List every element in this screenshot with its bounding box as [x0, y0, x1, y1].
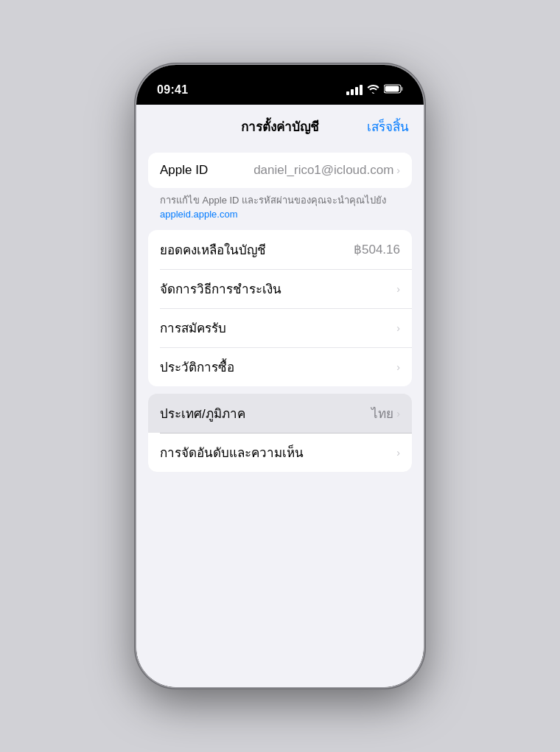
battery-icon [384, 83, 403, 97]
subscriptions-row[interactable]: การสมัครรับ › [148, 308, 412, 347]
apple-id-section: Apple ID daniel_rico1@icloud.com › การแก… [148, 153, 412, 223]
signal-icon [346, 85, 363, 95]
apple-id-chevron-icon: › [396, 164, 400, 176]
country-row[interactable]: ประเทศ/ภูมิภาค ไทย › [148, 394, 412, 433]
country-value: ไทย [371, 403, 393, 423]
apple-id-card: Apple ID daniel_rico1@icloud.com › [148, 153, 412, 188]
payment-label: จัดการวิธีการชำระเงิน [160, 279, 281, 299]
subscriptions-label: การสมัครรับ [160, 318, 226, 338]
apple-id-value-wrap: daniel_rico1@icloud.com › [253, 163, 400, 178]
ratings-value-wrap: › [396, 447, 400, 459]
status-time: 09:41 [157, 83, 188, 97]
purchase-history-label: ประวัติการซื้อ [160, 357, 234, 377]
country-region-section: ประเทศ/ภูมิภาค ไทย › การจัดอันดับและความ… [148, 394, 412, 472]
svg-rect-2 [385, 86, 399, 92]
ratings-row[interactable]: การจัดอันดับและความเห็น › [148, 433, 412, 472]
phone-screen: 09:41 [136, 65, 424, 687]
apple-id-description: การแก้ไข Apple ID และรหัสผ่านของคุณจะนำค… [148, 188, 412, 223]
country-value-wrap: ไทย › [371, 403, 400, 423]
balance-label: ยอดคงเหลือในบัญชี [160, 240, 266, 260]
country-chevron-icon: › [396, 408, 400, 419]
wifi-icon [367, 83, 379, 97]
done-button[interactable]: เสร็จสิ้น [367, 116, 409, 136]
subscriptions-chevron-icon: › [396, 322, 400, 334]
payment-row[interactable]: จัดการวิธีการชำระเงิน › [148, 269, 412, 308]
apple-id-label: Apple ID [160, 163, 208, 178]
svg-rect-1 [402, 87, 403, 91]
ratings-chevron-icon: › [396, 447, 400, 459]
purchase-history-chevron-icon: › [396, 361, 400, 373]
apple-id-email: daniel_rico1@icloud.com [253, 163, 393, 178]
account-list-card: ยอดคงเหลือในบัญชี ฿504.16 จัดการวิธีการช… [148, 230, 412, 386]
screen-content: การตั้งค่าบัญชี เสร็จสิ้น Apple ID danie… [136, 105, 424, 687]
phone-frame: 09:41 [136, 65, 424, 687]
status-bar: 09:41 [136, 65, 424, 105]
balance-value: ฿504.16 [354, 242, 400, 257]
country-card: ประเทศ/ภูมิภาค ไทย › การจัดอันดับและความ… [148, 394, 412, 472]
balance-row: ยอดคงเหลือในบัญชี ฿504.16 [148, 230, 412, 269]
purchase-history-value-wrap: › [396, 361, 400, 373]
nav-title: การตั้งค่าบัญชี [241, 116, 319, 136]
nav-header: การตั้งค่าบัญชี เสร็จสิ้น [136, 105, 424, 145]
ratings-label: การจัดอันดับและความเห็น [160, 442, 304, 462]
payment-value-wrap: › [396, 283, 400, 295]
payment-chevron-icon: › [396, 283, 400, 295]
country-label: ประเทศ/ภูมิภาค [160, 403, 245, 423]
apple-id-link[interactable]: appleid.apple.com [160, 209, 400, 220]
description-line1: การแก้ไข Apple ID และรหัสผ่านของคุณจะนำค… [160, 194, 400, 207]
apple-id-row[interactable]: Apple ID daniel_rico1@icloud.com › [148, 153, 412, 188]
subscriptions-value-wrap: › [396, 322, 400, 334]
dynamic-island [236, 72, 324, 97]
balance-value-wrap: ฿504.16 [354, 242, 400, 257]
status-icons [346, 83, 403, 97]
account-section: ยอดคงเหลือในบัญชี ฿504.16 จัดการวิธีการช… [148, 230, 412, 386]
purchase-history-row[interactable]: ประวัติการซื้อ › [148, 347, 412, 386]
